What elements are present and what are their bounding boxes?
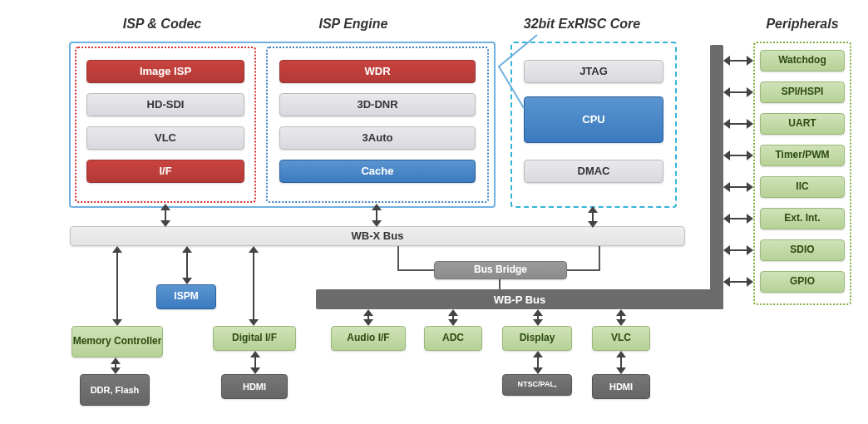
heading-core: 32bit ExRISC Core — [491, 17, 673, 32]
block-ispm: ISPM — [156, 284, 216, 309]
block-cache: Cache — [279, 160, 476, 183]
heading-engine: ISP Engine — [279, 17, 428, 32]
conn-periph-iic — [723, 181, 753, 193]
conn-wbx-digitalif — [248, 246, 259, 326]
conn-wbx-bridge-left-h — [397, 269, 434, 271]
block-3auto: 3Auto — [279, 126, 476, 150]
block-ntsc-pal: NTSC/PAL, — [502, 374, 572, 396]
conn-display-ntsc — [532, 351, 544, 374]
conn-wbp-display — [532, 309, 544, 326]
conn-wbx-ispm — [181, 246, 193, 284]
conn-periph-gpio — [723, 276, 753, 288]
block-if: I/F — [86, 160, 244, 183]
conn-periph-spi — [723, 86, 753, 98]
block-sdio: SDIO — [760, 239, 845, 261]
conn-core-wbx — [587, 206, 599, 228]
bus-wbp-label: WB-P Bus — [316, 289, 723, 309]
block-image-isp: Image ISP — [86, 60, 244, 83]
conn-wbx-bridge-right-v — [599, 246, 600, 271]
heading-codec: ISP & Codec — [87, 17, 237, 32]
conn-wbx-bridge-right-h — [567, 269, 600, 271]
block-extint: Ext. Int. — [760, 208, 845, 229]
diagram-canvas: ISP & Codec ISP Engine 32bit ExRISC Core… — [0, 0, 868, 424]
block-uart: UART — [760, 113, 845, 135]
conn-periph-ext — [723, 213, 753, 224]
block-vlc-bottom: VLC — [592, 326, 650, 351]
bus-wbx: WB-X Bus — [70, 226, 685, 246]
bus-wbp-vertical — [710, 45, 723, 309]
block-wdr: WDR — [279, 60, 476, 83]
block-gpio: GPIO — [760, 271, 845, 293]
block-audio-if: Audio I/F — [331, 326, 406, 351]
conn-engine-wbx — [371, 204, 382, 227]
block-hd-sdi: HD-SDI — [86, 93, 244, 116]
conn-wbx-memctrl — [111, 246, 123, 326]
conn-periph-timer — [723, 150, 753, 161]
conn-vlc-hdmi — [615, 351, 627, 374]
conn-codec-wbx — [160, 204, 171, 227]
conn-wbx-bridge-left-v — [397, 246, 399, 271]
conn-bridge-wbp — [499, 279, 501, 289]
block-dmac: DMAC — [524, 160, 663, 183]
conn-memctrl-ddr — [110, 357, 121, 374]
block-display: Display — [502, 326, 572, 351]
conn-wbp-audio — [362, 309, 374, 326]
block-watchdog: Watchdog — [760, 50, 845, 71]
block-hdmi-1: HDMI — [221, 374, 288, 399]
conn-wbp-adc — [447, 309, 459, 326]
heading-peripherals: Peripherals — [748, 17, 856, 32]
block-bus-bridge: Bus Bridge — [434, 261, 567, 279]
block-iic: IIC — [760, 176, 845, 198]
block-3ddnr: 3D-DNR — [279, 93, 476, 116]
block-ddr-flash: DDR, Flash — [80, 374, 150, 406]
conn-wbp-vlc — [615, 309, 627, 326]
block-vlc-codec: VLC — [86, 126, 244, 150]
block-digital-if: Digital I/F — [213, 326, 296, 351]
conn-periph-watchdog — [723, 55, 753, 67]
conn-periph-sdio — [723, 244, 753, 256]
block-hdmi-2: HDMI — [592, 374, 650, 399]
block-adc: ADC — [424, 326, 482, 351]
block-spi: SPI/HSPI — [760, 81, 845, 103]
conn-digif-hdmi — [249, 351, 261, 374]
block-memory-controller: Memory Controller — [72, 326, 163, 357]
block-timer: Timer/PWM — [760, 145, 845, 166]
block-cpu: CPU — [524, 96, 663, 143]
conn-periph-uart — [723, 118, 753, 130]
block-jtag: JTAG — [524, 60, 663, 83]
